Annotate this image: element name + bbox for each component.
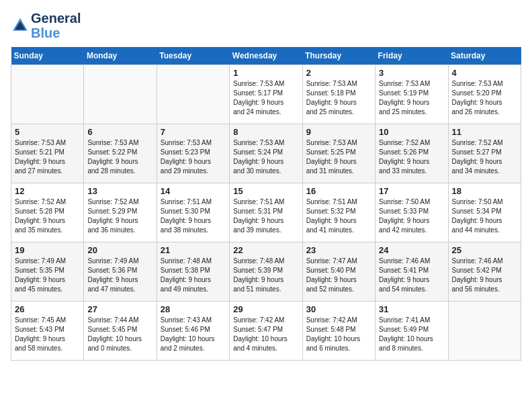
day-cell: 2Sunrise: 7:53 AM Sunset: 5:18 PM Daylig… (302, 65, 375, 124)
day-cell (448, 302, 521, 361)
day-cell: 30Sunrise: 7:42 AM Sunset: 5:48 PM Dayli… (302, 302, 375, 361)
week-row-5: 26Sunrise: 7:45 AM Sunset: 5:43 PM Dayli… (11, 302, 521, 361)
day-info: Sunrise: 7:52 AM Sunset: 5:26 PM Dayligh… (379, 138, 444, 176)
page-header: General Blue (11, 11, 521, 40)
weekday-header-thursday: Thursday (302, 47, 375, 65)
day-info: Sunrise: 7:47 AM Sunset: 5:40 PM Dayligh… (306, 257, 371, 294)
weekday-header-friday: Friday (375, 47, 448, 65)
day-number: 19 (15, 245, 80, 255)
day-number: 5 (15, 127, 80, 137)
day-number: 6 (87, 127, 152, 137)
day-cell: 5Sunrise: 7:53 AM Sunset: 5:21 PM Daylig… (11, 124, 84, 183)
day-info: Sunrise: 7:42 AM Sunset: 5:48 PM Dayligh… (306, 316, 371, 353)
day-info: Sunrise: 7:51 AM Sunset: 5:31 PM Dayligh… (233, 197, 298, 235)
day-info: Sunrise: 7:49 AM Sunset: 5:36 PM Dayligh… (87, 257, 152, 294)
week-row-4: 19Sunrise: 7:49 AM Sunset: 5:35 PM Dayli… (11, 242, 521, 302)
day-number: 12 (15, 186, 80, 196)
day-number: 14 (161, 186, 226, 196)
day-cell: 6Sunrise: 7:53 AM Sunset: 5:22 PM Daylig… (84, 124, 157, 183)
day-number: 15 (233, 186, 298, 196)
day-number: 25 (452, 245, 517, 255)
day-cell: 11Sunrise: 7:52 AM Sunset: 5:27 PM Dayli… (448, 124, 521, 183)
day-cell: 19Sunrise: 7:49 AM Sunset: 5:35 PM Dayli… (11, 242, 84, 302)
day-cell (157, 65, 229, 124)
day-cell: 20Sunrise: 7:49 AM Sunset: 5:36 PM Dayli… (84, 242, 157, 302)
day-info: Sunrise: 7:42 AM Sunset: 5:47 PM Dayligh… (233, 316, 298, 353)
day-info: Sunrise: 7:49 AM Sunset: 5:35 PM Dayligh… (15, 257, 80, 294)
day-cell: 8Sunrise: 7:53 AM Sunset: 5:24 PM Daylig… (230, 124, 302, 183)
day-info: Sunrise: 7:53 AM Sunset: 5:22 PM Dayligh… (87, 138, 152, 176)
day-cell (84, 65, 157, 124)
day-cell: 10Sunrise: 7:52 AM Sunset: 5:26 PM Dayli… (375, 124, 448, 183)
day-info: Sunrise: 7:51 AM Sunset: 5:32 PM Dayligh… (306, 197, 371, 235)
day-number: 18 (452, 186, 517, 196)
week-row-3: 12Sunrise: 7:52 AM Sunset: 5:28 PM Dayli… (11, 183, 521, 242)
day-info: Sunrise: 7:52 AM Sunset: 5:27 PM Dayligh… (452, 138, 517, 176)
logo-text: General Blue (31, 11, 81, 40)
day-cell: 21Sunrise: 7:48 AM Sunset: 5:38 PM Dayli… (157, 242, 229, 302)
day-number: 24 (379, 245, 444, 255)
day-cell: 28Sunrise: 7:43 AM Sunset: 5:46 PM Dayli… (157, 302, 229, 361)
day-info: Sunrise: 7:52 AM Sunset: 5:29 PM Dayligh… (87, 197, 152, 235)
day-number: 4 (452, 68, 517, 78)
day-info: Sunrise: 7:53 AM Sunset: 5:23 PM Dayligh… (161, 138, 226, 176)
day-number: 2 (306, 68, 371, 78)
calendar-table: SundayMondayTuesdayWednesdayThursdayFrid… (11, 47, 521, 361)
day-number: 29 (233, 304, 298, 314)
weekday-header-tuesday: Tuesday (157, 47, 229, 65)
weekday-header-saturday: Saturday (448, 47, 521, 65)
day-cell: 26Sunrise: 7:45 AM Sunset: 5:43 PM Dayli… (11, 302, 84, 361)
day-info: Sunrise: 7:53 AM Sunset: 5:17 PM Dayligh… (233, 79, 298, 117)
weekday-header-monday: Monday (84, 47, 157, 65)
day-cell: 24Sunrise: 7:46 AM Sunset: 5:41 PM Dayli… (375, 242, 448, 302)
calendar-header: SundayMondayTuesdayWednesdayThursdayFrid… (11, 47, 521, 65)
day-info: Sunrise: 7:50 AM Sunset: 5:34 PM Dayligh… (452, 197, 517, 235)
day-number: 30 (306, 304, 371, 314)
day-number: 10 (379, 127, 444, 137)
day-number: 26 (15, 304, 80, 314)
day-info: Sunrise: 7:53 AM Sunset: 5:19 PM Dayligh… (379, 79, 444, 117)
day-info: Sunrise: 7:53 AM Sunset: 5:24 PM Dayligh… (233, 138, 298, 176)
week-row-1: 1Sunrise: 7:53 AM Sunset: 5:17 PM Daylig… (11, 65, 521, 124)
day-number: 27 (87, 304, 152, 314)
day-info: Sunrise: 7:53 AM Sunset: 5:21 PM Dayligh… (15, 138, 80, 176)
day-cell: 15Sunrise: 7:51 AM Sunset: 5:31 PM Dayli… (230, 183, 302, 242)
day-cell: 4Sunrise: 7:53 AM Sunset: 5:20 PM Daylig… (448, 65, 521, 124)
day-number: 21 (161, 245, 226, 255)
day-number: 17 (379, 186, 444, 196)
day-cell: 9Sunrise: 7:53 AM Sunset: 5:25 PM Daylig… (302, 124, 375, 183)
day-info: Sunrise: 7:51 AM Sunset: 5:30 PM Dayligh… (161, 197, 226, 235)
day-number: 1 (233, 68, 298, 78)
logo-icon (11, 16, 30, 35)
day-cell: 12Sunrise: 7:52 AM Sunset: 5:28 PM Dayli… (11, 183, 84, 242)
day-cell: 27Sunrise: 7:44 AM Sunset: 5:45 PM Dayli… (84, 302, 157, 361)
week-row-2: 5Sunrise: 7:53 AM Sunset: 5:21 PM Daylig… (11, 124, 521, 183)
day-info: Sunrise: 7:53 AM Sunset: 5:18 PM Dayligh… (306, 79, 371, 117)
day-number: 31 (379, 304, 444, 314)
day-info: Sunrise: 7:48 AM Sunset: 5:38 PM Dayligh… (161, 257, 226, 294)
weekday-header-wednesday: Wednesday (230, 47, 302, 65)
day-cell: 14Sunrise: 7:51 AM Sunset: 5:30 PM Dayli… (157, 183, 229, 242)
day-number: 11 (452, 127, 517, 137)
day-number: 16 (306, 186, 371, 196)
calendar-body: 1Sunrise: 7:53 AM Sunset: 5:17 PM Daylig… (11, 65, 521, 361)
day-info: Sunrise: 7:53 AM Sunset: 5:20 PM Dayligh… (452, 79, 517, 117)
day-cell (11, 65, 84, 124)
day-number: 23 (306, 245, 371, 255)
day-number: 20 (87, 245, 152, 255)
day-number: 8 (233, 127, 298, 137)
day-cell: 13Sunrise: 7:52 AM Sunset: 5:29 PM Dayli… (84, 183, 157, 242)
day-number: 3 (379, 68, 444, 78)
day-cell: 25Sunrise: 7:46 AM Sunset: 5:42 PM Dayli… (448, 242, 521, 302)
logo: General Blue (11, 11, 81, 40)
day-cell: 31Sunrise: 7:41 AM Sunset: 5:49 PM Dayli… (375, 302, 448, 361)
day-cell: 18Sunrise: 7:50 AM Sunset: 5:34 PM Dayli… (448, 183, 521, 242)
weekday-header-sunday: Sunday (11, 47, 84, 65)
day-info: Sunrise: 7:46 AM Sunset: 5:41 PM Dayligh… (379, 257, 444, 294)
day-number: 28 (161, 304, 226, 314)
day-cell: 7Sunrise: 7:53 AM Sunset: 5:23 PM Daylig… (157, 124, 229, 183)
day-number: 9 (306, 127, 371, 137)
day-cell: 22Sunrise: 7:48 AM Sunset: 5:39 PM Dayli… (230, 242, 302, 302)
day-cell: 1Sunrise: 7:53 AM Sunset: 5:17 PM Daylig… (230, 65, 302, 124)
day-number: 13 (87, 186, 152, 196)
